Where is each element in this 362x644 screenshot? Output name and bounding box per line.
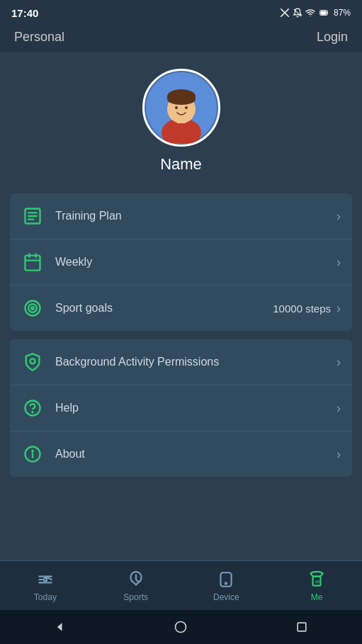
sport-goals-icon [21, 297, 44, 320]
login-button[interactable]: Login [317, 30, 348, 45]
android-nav-bar [0, 610, 362, 644]
nav-today-label: Today [34, 592, 57, 602]
nav-sports-label: Sports [123, 592, 148, 602]
svg-point-21 [31, 307, 34, 310]
svg-point-10 [185, 106, 188, 109]
help-label: Help [55, 402, 336, 414]
top-bar-title: Personal [14, 30, 64, 45]
sport-goals-chevron: › [336, 301, 341, 316]
weekly-chevron: › [336, 255, 341, 270]
sport-goals-value: 10000 steps [273, 303, 331, 315]
status-bar: 17:40 87% [0, 0, 362, 23]
battery-icon [318, 8, 331, 18]
signal-cross-icon [280, 8, 290, 18]
android-recents-button[interactable] [295, 620, 309, 634]
nav-me[interactable]: 10 Me [271, 570, 362, 602]
nav-device-label: Device [213, 592, 239, 602]
svg-text:10: 10 [315, 580, 319, 584]
avatar-image [146, 72, 217, 143]
svg-point-19 [26, 301, 40, 316]
training-plan-label: Training Plan [55, 210, 336, 222]
training-plan-item[interactable]: Training Plan › [10, 193, 352, 239]
nav-today[interactable]: Today [0, 570, 91, 602]
about-item[interactable]: About › [10, 431, 352, 477]
training-plan-chevron: › [336, 209, 341, 224]
status-icons: 87% [280, 8, 351, 18]
background-activity-item[interactable]: Background Activity Permissions › [10, 339, 352, 385]
sport-goals-label: Sport goals [55, 302, 273, 315]
avatar [142, 69, 220, 147]
weekly-item[interactable]: Weekly › [10, 239, 352, 286]
profile-name: Name [160, 155, 202, 174]
svg-point-34 [225, 582, 227, 584]
profile-section: Name [0, 52, 362, 185]
svg-marker-37 [57, 623, 62, 631]
silent-icon [293, 8, 302, 18]
bottom-nav: Today Sports Device 10 [0, 560, 362, 610]
about-chevron: › [336, 447, 341, 462]
svg-point-9 [175, 106, 178, 109]
status-time: 17:40 [11, 7, 38, 19]
help-chevron: › [336, 401, 341, 416]
nav-device[interactable]: Device [181, 570, 272, 602]
menu-card-2: Background Activity Permissions › Help ›… [10, 339, 352, 477]
today-icon [35, 570, 55, 589]
svg-point-22 [30, 358, 35, 363]
top-bar: Personal Login [0, 23, 362, 52]
device-icon [216, 570, 236, 589]
svg-point-8 [167, 94, 196, 105]
android-back-button[interactable] [53, 620, 67, 634]
svg-rect-39 [298, 623, 306, 631]
weekly-icon [21, 251, 44, 273]
training-plan-icon [21, 205, 44, 227]
background-activity-icon [21, 351, 44, 373]
nav-me-label: Me [311, 592, 323, 602]
about-label: About [55, 448, 336, 461]
background-activity-chevron: › [336, 355, 341, 370]
svg-rect-2 [320, 11, 326, 14]
me-icon: 10 [307, 570, 327, 589]
background-activity-label: Background Activity Permissions [55, 356, 336, 368]
svg-point-38 [176, 622, 186, 633]
nav-sports[interactable]: Sports [91, 570, 181, 602]
sports-icon [126, 570, 146, 589]
svg-point-20 [28, 304, 37, 312]
help-item[interactable]: Help › [10, 385, 352, 431]
sport-goals-item[interactable]: Sport goals 10000 steps › [10, 286, 352, 331]
about-icon [21, 443, 44, 465]
help-icon [21, 397, 44, 419]
weekly-label: Weekly [55, 256, 336, 269]
android-home-button[interactable] [174, 620, 188, 634]
svg-point-32 [44, 577, 47, 580]
menu-card-1: Training Plan › Weekly › Sport goals 100… [10, 193, 352, 331]
wifi-icon [305, 8, 315, 18]
battery-percent: 87% [334, 8, 351, 18]
svg-rect-15 [26, 256, 40, 271]
